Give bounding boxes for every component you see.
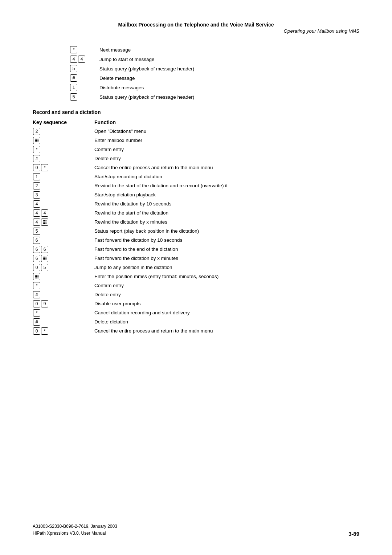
function-cell: Delete dictation [94,317,359,326]
svg-rect-19 [44,257,45,258]
top-table: *Next message44Jump to start of message5… [69,45,195,102]
keys-cell [33,272,94,281]
keys-cell: 5 [70,93,99,101]
key-box: 4 [41,209,48,217]
footer-page-number: 3-89 [348,531,359,537]
function-cell: Start/stop recording of dictation [94,172,359,181]
table-row: 2Open "Dictations" menu [33,127,359,136]
keys-cell: 44 [70,55,99,64]
svg-rect-33 [35,277,36,278]
svg-rect-1 [36,139,37,140]
key-box: * [33,309,40,317]
svg-rect-6 [35,141,36,142]
keys-cell: * [70,45,99,54]
keys-cell: # [33,317,94,326]
keys-cell: 05 [33,263,94,272]
key-box: * [41,327,48,335]
function-cell: Fast forward the dictation by x minutes [94,254,359,263]
table-row: #Delete dictation [33,317,359,326]
table-row: 4Rewind the dictation by 10 seconds [33,199,359,208]
key-box: 4 [78,56,85,63]
key-box: 0 [33,300,40,307]
key-box: 5 [70,93,77,101]
key-grid [41,255,48,262]
function-cell: Confirm entry [94,145,359,154]
svg-rect-13 [44,221,45,223]
table-row: *Confirm entry [33,145,359,154]
col-header-function: Function [94,119,359,127]
table-row: 5Status report (play back position in th… [33,227,359,236]
svg-rect-3 [35,140,36,141]
svg-rect-30 [35,276,36,277]
key-box: * [33,282,40,289]
key-box: 3 [33,191,40,199]
keys-cell: 6 [33,236,94,245]
keys-cell: 2 [33,127,94,136]
key-box: 1 [33,173,40,180]
function-cell: Jump to any position in the dictation [94,263,359,272]
keys-cell: 0* [33,326,94,335]
table-row: 05Jump to any position in the dictation [33,263,359,272]
key-box: # [33,318,40,326]
function-cell: Cancel dictation recording and start del… [94,308,359,317]
svg-rect-4 [36,140,37,141]
footer: A31003-S2330-B690-2-7619, January 2003 H… [33,523,359,537]
key-box: * [33,146,40,153]
keys-cell: # [33,154,94,163]
key-box: 5 [41,264,48,271]
function-cell: Rewind the dictation by 10 seconds [94,199,359,208]
keys-cell: 5 [70,64,99,73]
function-cell: Delete message [99,74,194,82]
svg-rect-26 [46,259,47,260]
svg-rect-0 [35,139,36,140]
table-row: 2Rewind to the start of the dictation an… [33,181,359,190]
footer-line2: HiPath Xpressions V3.0, User Manual [33,530,117,537]
table-row: Enter the position mmss (entry format: m… [33,272,359,281]
svg-rect-9 [43,220,44,221]
svg-rect-34 [36,277,37,278]
footer-line1: A31003-S2330-B690-2-7619, January 2003 [33,523,117,530]
header-title: Mailbox Processing on the Telephone and … [33,22,359,28]
svg-rect-15 [43,223,44,224]
svg-rect-23 [46,258,47,259]
keys-cell: 0* [33,163,94,172]
footer-left: A31003-S2330-B690-2-7619, January 2003 H… [33,523,117,537]
function-cell: Start/stop dictation playback [94,190,359,199]
function-cell: Confirm entry [94,281,359,290]
table-row: 1Start/stop recording of dictation [33,172,359,181]
keys-cell: * [33,145,94,154]
key-box: 4 [70,56,77,63]
function-cell: Fast forward the dictation by 10 seconds [94,236,359,245]
svg-rect-14 [46,221,47,223]
function-cell: Next message [99,45,194,54]
key-grid [41,219,48,226]
svg-rect-28 [36,275,37,276]
key-box: 6 [41,246,48,253]
table-row: *Next message [70,45,194,54]
keys-cell: # [70,74,99,82]
key-box: * [41,164,48,171]
svg-rect-35 [38,277,39,278]
function-cell: Enter the position mmss (entry format: m… [94,272,359,281]
keys-cell: 09 [33,299,94,308]
key-box: 5 [70,65,77,72]
svg-rect-11 [46,220,47,221]
keys-cell: # [33,290,94,299]
function-cell: Status query (playback of message header… [99,93,194,101]
key-box: 0 [33,164,40,171]
keys-cell: 3 [33,190,94,199]
function-cell: Distribute messages [99,83,194,92]
svg-rect-12 [43,221,44,223]
keys-cell: 1 [33,172,94,181]
table-row: Enter mailbox number [33,136,359,145]
key-box: # [33,155,40,162]
key-box: 4 [33,209,40,217]
table-row: #Delete entry [33,290,359,299]
function-cell: Fast forward to the end of the dictation [94,245,359,254]
table-row: 44Jump to start of message [70,55,194,64]
keys-cell: 1 [70,83,99,92]
function-cell: Jump to start of message [99,55,194,64]
svg-rect-25 [44,259,45,260]
function-cell: Rewind the dictation by x minutes [94,217,359,227]
key-box: 4 [33,200,40,208]
